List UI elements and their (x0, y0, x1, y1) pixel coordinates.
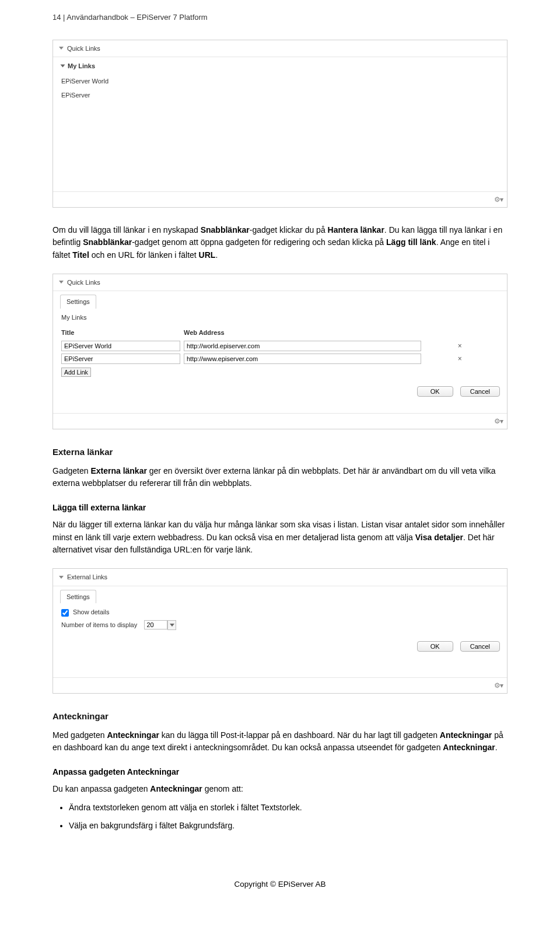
mylinks-label: My Links (68, 61, 95, 71)
table-row: × (61, 352, 499, 365)
gadget-title-bar: Quick Links (53, 40, 507, 58)
page-header: 14 | Användarhandbok – EPiServer 7 Platf… (52, 12, 508, 23)
chevron-down-icon (59, 47, 64, 50)
table-row: × (61, 340, 499, 352)
settings-tab[interactable]: Settings (60, 295, 96, 309)
gadget-footer: ⚙ ▾ (53, 191, 507, 207)
list-item: Ändra textstorleken genom att välja en s… (69, 802, 508, 814)
link-list: EPiServer World EPiServer (53, 73, 507, 104)
gadget-title-label: External Links (67, 572, 107, 582)
title-input[interactable] (61, 354, 180, 364)
empty-area (53, 104, 507, 191)
body-paragraph: Med gadgeten Anteckningar kan du lägga t… (52, 729, 508, 754)
url-input[interactable] (184, 354, 421, 364)
chevron-down-icon (59, 281, 64, 284)
body-paragraph: Om du vill lägga till länkar i en nyskap… (52, 224, 508, 262)
mylinks-header[interactable]: My Links (53, 57, 507, 73)
ok-button[interactable]: OK (417, 386, 453, 397)
url-input[interactable] (184, 341, 421, 351)
copyright: Copyright © EPiServer AB (52, 879, 508, 890)
cancel-button[interactable]: Cancel (460, 641, 500, 652)
section-heading-anteckningar: Anteckningar (52, 710, 508, 723)
body-paragraph: Gadgeten Externa länkar ger en översikt … (52, 465, 508, 490)
mylinks-label: My Links (61, 312, 499, 326)
gadget-title-bar: Quick Links (53, 274, 507, 292)
gear-icon[interactable]: ⚙ ▾ (494, 680, 502, 691)
gadget-title-bar: External Links (53, 569, 507, 586)
num-items-input[interactable] (144, 620, 167, 629)
col-title: Title (61, 326, 184, 340)
close-icon[interactable]: × (458, 342, 462, 350)
gadget-footer: ⚙ ▾ (53, 413, 507, 429)
gear-icon[interactable]: ⚙ ▾ (494, 194, 502, 205)
gadget-footer: ⚙ ▾ (53, 677, 507, 693)
title-input[interactable] (61, 341, 180, 351)
show-details-checkbox[interactable] (61, 609, 69, 617)
settings-tab[interactable]: Settings (60, 590, 96, 604)
close-icon[interactable]: × (458, 355, 462, 363)
quick-links-gadget-edit: Quick Links Settings My Links Title Web … (52, 274, 508, 430)
cancel-button[interactable]: Cancel (460, 386, 500, 397)
num-items-label: Number of items to display (61, 621, 137, 628)
body-paragraph: När du lägger till externa länkar kan du… (52, 519, 508, 557)
subheading: Anpassa gadgeten Anteckningar (52, 766, 508, 778)
bullet-list: Ändra textstorleken genom att välja en s… (56, 802, 508, 832)
external-links-gadget: External Links Settings Show details Num… (52, 568, 508, 694)
quick-links-gadget-view: Quick Links My Links EPiServer World EPi… (52, 40, 508, 208)
section-heading-externa: Externa länkar (52, 446, 508, 459)
subheading: Lägga till externa länkar (52, 502, 508, 514)
caret-down-icon (61, 65, 65, 68)
list-item: Välja en bakgrundsfärg i fältet Bakgrund… (69, 820, 508, 832)
gadget-title-label: Quick Links (67, 278, 100, 288)
chevron-down-icon (59, 576, 64, 579)
body-paragraph: Du kan anpassa gadgeten Anteckningar gen… (52, 783, 508, 796)
gear-icon[interactable]: ⚙ ▾ (494, 416, 502, 426)
add-link-button[interactable]: Add Link (61, 368, 91, 377)
ok-button[interactable]: OK (417, 641, 453, 652)
dropdown-icon[interactable] (167, 620, 176, 630)
gadget-title-label: Quick Links (67, 44, 100, 54)
list-item[interactable]: EPiServer World (61, 74, 499, 89)
show-details-label: Show details (73, 608, 109, 615)
links-table: Title Web Address × × (61, 326, 499, 365)
list-item[interactable]: EPiServer (61, 88, 499, 103)
col-webaddress: Web Address (184, 326, 425, 340)
